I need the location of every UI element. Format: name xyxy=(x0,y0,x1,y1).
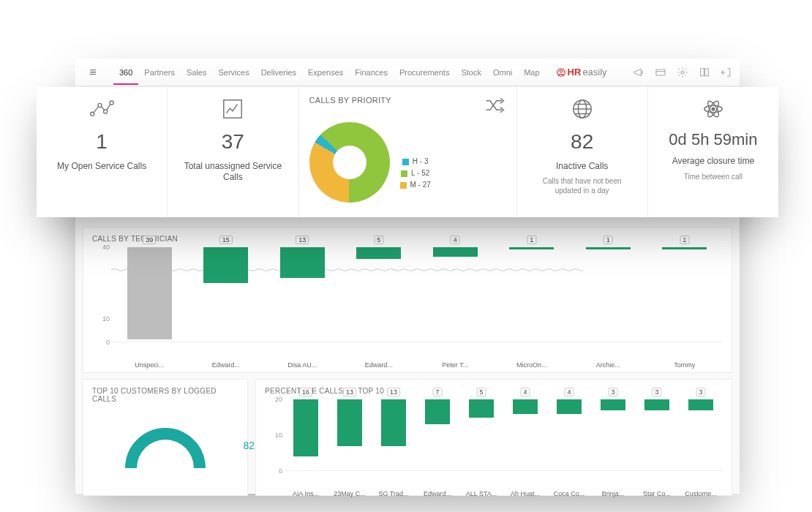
logout-icon[interactable] xyxy=(721,67,732,78)
menu-icon[interactable]: ≡ xyxy=(83,66,103,79)
bar[interactable]: 5 xyxy=(469,399,495,418)
bar[interactable]: 1 xyxy=(586,247,631,249)
nav-item-map[interactable]: Map xyxy=(518,60,545,85)
bar[interactable]: 1 xyxy=(509,247,554,249)
bar[interactable]: 16 xyxy=(293,399,319,456)
axis-tick: 20 xyxy=(275,396,282,403)
unassigned-value: 37 xyxy=(222,131,244,154)
card-icon[interactable] xyxy=(655,67,666,78)
bar-slot: 16AIA Ins... xyxy=(284,399,328,486)
card-unassigned-calls[interactable]: 37 Total unassigned Service Calls xyxy=(168,87,298,217)
bar-label: Disa AU... xyxy=(264,361,341,369)
bar-label: Edward... xyxy=(188,361,265,369)
card-calls-by-priority[interactable]: CALLS BY PRIORITY H - 3L - 52M - 27 xyxy=(299,87,517,217)
bar-slot: 3Star Co... xyxy=(635,399,679,486)
kpi-cards-row: 1 My Open Service Calls 37 Total unassig… xyxy=(37,87,778,217)
card-inactive-calls[interactable]: 82 Inactive Calls Calls that have not be… xyxy=(517,87,648,217)
bar-value: 1 xyxy=(604,236,613,244)
nav-item-deliveries[interactable]: Deliveries xyxy=(255,60,302,85)
bar-value: 4 xyxy=(564,388,574,396)
axis-tick: 0 xyxy=(106,339,110,346)
bar-label: Star Co... xyxy=(635,490,679,497)
unassigned-label: Total unassigned Service Calls xyxy=(175,161,290,184)
nav-item-services[interactable]: Services xyxy=(212,60,255,85)
bar-value: 1 xyxy=(527,236,536,244)
nav-item-omni[interactable]: Omni xyxy=(487,60,518,85)
bottom-row: TOP 10 CUSTOMERS BY LOGGED CALLS 82.6 % … xyxy=(83,379,732,496)
bar-label: Unspeci... xyxy=(111,361,188,369)
bar-value: 39 xyxy=(143,236,156,244)
bar[interactable]: 13 xyxy=(280,247,325,278)
bar[interactable]: 4 xyxy=(557,399,582,414)
bar-slot: 1MicroOn... xyxy=(494,247,571,357)
panel-top10-gauge: TOP 10 CUSTOMERS BY LOGGED CALLS 82.6 % xyxy=(83,379,248,496)
axis-tick: 40 xyxy=(102,244,110,251)
bar-value: 4 xyxy=(451,236,460,244)
bar[interactable]: 3 xyxy=(644,399,670,410)
nav-item-partners[interactable]: Partners xyxy=(138,60,181,85)
legend-row: H - 3 xyxy=(400,156,431,167)
bar[interactable]: 4 xyxy=(513,399,538,414)
technician-bar-chart: 0104039Unspeci...15Edward...13Disa AU...… xyxy=(92,247,723,357)
nav-item-stock[interactable]: Stock xyxy=(455,60,487,85)
shuffle-icon[interactable] xyxy=(484,96,506,115)
bar-slot: 13Disa AU... xyxy=(264,247,341,357)
inactive-value: 82 xyxy=(571,131,593,154)
nav-item-finances[interactable]: Finances xyxy=(349,60,394,85)
brand-bold: HR xyxy=(568,67,582,78)
bar-label: Ah Huat... xyxy=(503,490,547,497)
svg-point-1 xyxy=(560,69,563,72)
bar[interactable]: 1 xyxy=(662,247,707,249)
priority-legend: H - 3L - 52M - 27 xyxy=(400,156,431,191)
bar-value: 16 xyxy=(299,388,312,396)
open-label: My Open Service Calls xyxy=(57,161,146,173)
inactive-sub: Calls that have not been updated in a da… xyxy=(538,176,626,195)
bar[interactable]: 13 xyxy=(337,399,363,446)
bar-slot: 15Edward... xyxy=(188,247,265,357)
bar-value: 7 xyxy=(432,388,442,396)
panel-calls-by-technician: CALLS BY TECHNICIAN 0104039Unspeci...15E… xyxy=(83,227,732,373)
topbar-actions xyxy=(633,67,732,78)
svg-rect-8 xyxy=(224,100,241,118)
bar[interactable]: 3 xyxy=(601,399,626,410)
gauge-chart xyxy=(125,428,206,468)
bar-value: 13 xyxy=(387,388,400,396)
bar-slot: 7Edward... xyxy=(416,399,459,486)
globe-icon xyxy=(571,97,593,121)
top-bar: ≡ 360PartnersSalesServicesDeliveriesExpe… xyxy=(75,59,740,86)
bar[interactable]: 15 xyxy=(203,247,248,283)
axis-tick: 10 xyxy=(102,315,110,323)
bar-value: 5 xyxy=(374,236,383,244)
bar-slot: 1323May C... xyxy=(328,399,372,486)
line-dots-icon xyxy=(89,97,114,121)
atom-icon xyxy=(702,97,724,121)
bar-label: Brinja... xyxy=(591,490,635,497)
announce-icon[interactable] xyxy=(633,67,644,78)
bar[interactable]: 39 xyxy=(127,247,172,339)
card-my-open-calls[interactable]: 1 My Open Service Calls xyxy=(37,87,168,217)
nav-item-procurements[interactable]: Procurements xyxy=(394,60,455,85)
panel-percentage-calls: PERCENTAGE CALLS BY TOP 10 0102016AIA In… xyxy=(255,379,732,496)
nav-item-expenses[interactable]: Expenses xyxy=(302,60,349,85)
bar[interactable]: 7 xyxy=(425,399,451,424)
bar[interactable]: 5 xyxy=(356,247,401,259)
gear-icon[interactable] xyxy=(677,67,688,78)
bar[interactable]: 4 xyxy=(433,247,478,257)
card-avg-closure[interactable]: 0d 5h 59min Average closure time Time be… xyxy=(648,87,778,217)
bar-label: Coca Co... xyxy=(547,490,591,497)
bar-slot: 5ALL STA... xyxy=(459,399,503,486)
nav-item-360[interactable]: 360 xyxy=(113,60,138,85)
bar-slot: 5Edward... xyxy=(341,247,418,357)
bar-label: MicroOn... xyxy=(494,361,571,369)
bar-value: 15 xyxy=(219,236,233,244)
bar[interactable]: 13 xyxy=(381,399,407,446)
bar-slot: 39Unspeci... xyxy=(111,247,188,357)
brand-logo: HReasily xyxy=(556,67,607,78)
book-icon[interactable] xyxy=(699,67,710,78)
closure-value: 0d 5h 59min xyxy=(669,131,757,148)
legend-row: L - 52 xyxy=(400,167,431,179)
gauge-title: TOP 10 CUSTOMERS BY LOGGED CALLS xyxy=(92,387,238,403)
bar[interactable]: 3 xyxy=(688,399,714,410)
bar-slot: 1Archie... xyxy=(570,247,647,357)
nav-item-sales[interactable]: Sales xyxy=(181,60,213,85)
